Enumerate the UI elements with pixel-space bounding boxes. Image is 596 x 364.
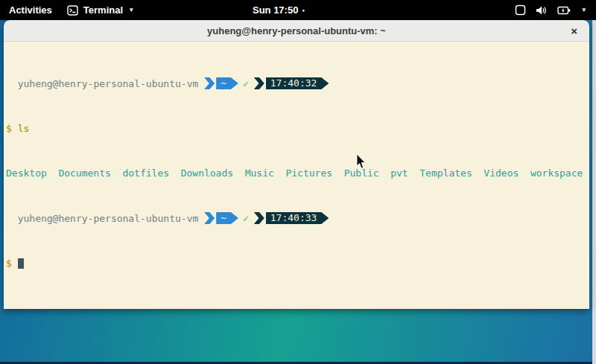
input-line[interactable]: $	[6, 258, 587, 269]
battery-charging-icon	[557, 6, 571, 15]
screen-edge-strip	[592, 20, 596, 364]
window-title: yuheng@henry-personal-ubuntu-vm: ~	[207, 25, 386, 36]
command-text: ls	[18, 123, 30, 134]
display-icon	[515, 4, 526, 16]
terminal-content[interactable]: yuheng@henry-personal-ubuntu-vm ~ ✓ 17:4…	[4, 42, 589, 309]
desktop: Activities Terminal ▾ Sun 17:50 ●	[0, 0, 596, 364]
window-titlebar[interactable]: yuheng@henry-personal-ubuntu-vm: ~ ×	[4, 20, 589, 42]
mouse-cursor	[356, 154, 366, 169]
prompt-time: 17:40:33	[266, 212, 329, 224]
terminal-icon	[67, 5, 78, 16]
clock-button[interactable]: Sun 17:50 ●	[253, 0, 305, 20]
prompt-cwd: ~	[216, 212, 238, 224]
top-bar: Activities Terminal ▾ Sun 17:50 ●	[0, 0, 596, 20]
prompt-cwd: ~	[216, 77, 238, 89]
app-menu-label: Terminal	[83, 4, 123, 16]
dir-entry: Public	[344, 167, 379, 179]
chevron-down-icon: ▾	[582, 7, 586, 13]
notification-dot: ●	[302, 8, 305, 13]
prompt-time: 17:40:32	[266, 77, 329, 89]
command-line: $ ls	[6, 123, 587, 134]
terminal-window: yuheng@henry-personal-ubuntu-vm: ~ × yuh…	[4, 20, 589, 309]
prompt-symbol: $	[6, 123, 18, 134]
clock-label: Sun 17:50	[253, 4, 298, 16]
prompt-line-2: yuheng@henry-personal-ubuntu-vm ~ ✓ 17:4…	[6, 212, 587, 224]
dir-entry: Documents	[58, 167, 110, 179]
powerline-chevron-icon	[254, 212, 264, 224]
prompt-user: yuheng@henry-personal-ubuntu-vm	[6, 213, 204, 224]
dir-entry: Desktop	[6, 167, 47, 179]
prompt-symbol: $	[6, 258, 12, 269]
chevron-down-icon: ▾	[130, 7, 133, 13]
status-check-icon: ✓	[243, 78, 249, 89]
terminal-cursor	[18, 258, 24, 269]
status-check-icon: ✓	[243, 213, 249, 224]
prompt-line-1: yuheng@henry-personal-ubuntu-vm ~ ✓ 17:4…	[6, 77, 587, 89]
dir-entry: Music	[245, 167, 274, 179]
dir-entry: Templates	[419, 167, 472, 179]
close-button[interactable]: ×	[571, 25, 577, 36]
dir-entry: Videos	[484, 167, 519, 179]
volume-icon	[536, 5, 548, 16]
ls-output: Desktop Documents dotfiles Downloads Mus…	[6, 167, 587, 179]
activities-button[interactable]: Activities	[9, 0, 52, 20]
dir-entry: Downloads	[181, 167, 233, 179]
prompt-user: yuheng@henry-personal-ubuntu-vm	[6, 78, 204, 89]
app-menu[interactable]: Terminal ▾	[67, 0, 133, 20]
powerline-chevron-icon	[254, 77, 264, 89]
system-menu[interactable]: ▾	[515, 0, 586, 20]
dir-entry: pvt	[390, 167, 408, 179]
powerline-chevron-icon	[204, 212, 215, 224]
dir-entry: dotfiles	[122, 167, 169, 179]
dir-entry: workspace	[530, 167, 583, 179]
dir-entry: Pictures	[285, 167, 332, 179]
powerline-chevron-icon	[204, 77, 215, 89]
